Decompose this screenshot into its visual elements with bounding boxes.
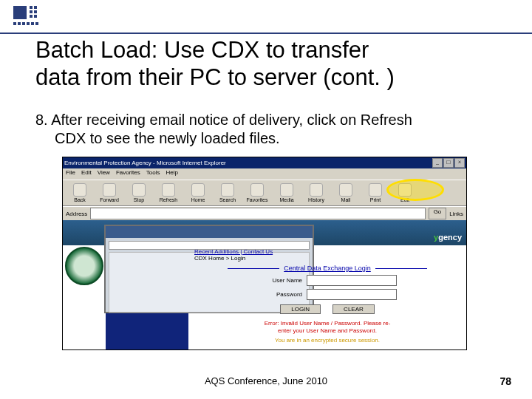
print-icon bbox=[369, 183, 382, 197]
address-input[interactable] bbox=[90, 208, 425, 219]
login-error: Error: Invalid User Name / Password. Ple… bbox=[194, 320, 460, 334]
menu-tools[interactable]: Tools bbox=[146, 169, 160, 179]
login-row-user: User Name bbox=[194, 275, 460, 286]
back-icon bbox=[73, 183, 86, 197]
menu-view[interactable]: View bbox=[98, 169, 110, 179]
login-heading: Central Data Exchange Login bbox=[194, 265, 460, 272]
minimize-button[interactable]: _ bbox=[432, 158, 443, 168]
forward-icon bbox=[103, 183, 116, 197]
ie-titlebar: Environmental Protection Agency - Micros… bbox=[63, 157, 466, 168]
slide-title-line1: Batch Load: Use CDX to transfer bbox=[35, 37, 369, 63]
window-buttons: _ □ × bbox=[432, 158, 465, 168]
ie-addressbar: Address Go Links bbox=[63, 206, 466, 220]
slide-title-line2: data from their PC to server (cont. ) bbox=[35, 64, 395, 90]
mail-icon bbox=[339, 183, 352, 197]
ie-menubar: File Edit View Favorites Tools Help bbox=[63, 168, 466, 180]
tb-media[interactable]: Media bbox=[274, 183, 299, 202]
tb-history[interactable]: History bbox=[304, 183, 329, 202]
user-input[interactable] bbox=[307, 275, 397, 286]
login-buttons: LOGIN CLEAR bbox=[194, 304, 460, 314]
slide-accent-dots-v bbox=[30, 6, 37, 18]
top-links[interactable]: Recent Additions | Contact Us bbox=[194, 248, 460, 255]
media-icon bbox=[280, 183, 293, 197]
slide-accent-square bbox=[13, 6, 27, 19]
menu-file[interactable]: File bbox=[66, 169, 75, 179]
clear-button[interactable]: CLEAR bbox=[332, 304, 375, 314]
tb-back[interactable]: Back bbox=[67, 183, 92, 202]
tb-edit[interactable]: Edit bbox=[392, 183, 417, 202]
tb-search[interactable]: Search bbox=[215, 183, 240, 202]
search-icon bbox=[221, 183, 234, 197]
slide-body-lead: 8. After receiving email notice of deliv… bbox=[35, 112, 412, 128]
tb-mail[interactable]: Mail bbox=[333, 183, 358, 202]
menu-favorites[interactable]: Favorites bbox=[116, 169, 140, 179]
history-icon bbox=[310, 183, 323, 197]
stop-icon bbox=[132, 183, 146, 197]
login-button[interactable]: LOGIN bbox=[280, 304, 321, 314]
user-label: User Name bbox=[258, 277, 302, 284]
ie-window-title: Environmental Protection Agency - Micros… bbox=[64, 160, 226, 166]
epa-seal-icon bbox=[65, 247, 103, 285]
slide-footer: AQS Conference, June 2010 78 bbox=[0, 375, 532, 390]
home-icon bbox=[191, 183, 205, 197]
go-button[interactable]: Go bbox=[429, 208, 447, 219]
login-row-pass: Password bbox=[194, 289, 460, 300]
epa-seal-col bbox=[63, 245, 106, 350]
dialog-titlebar bbox=[106, 226, 313, 238]
tb-print[interactable]: Print bbox=[363, 183, 388, 202]
ie-toolbar: Back Forward Stop Refresh Home Search Fa… bbox=[63, 180, 466, 206]
favorites-icon bbox=[250, 183, 264, 197]
refresh-icon bbox=[162, 183, 175, 197]
slide-title: Batch Load: Use CDX to transfer data fro… bbox=[35, 37, 508, 91]
embedded-screenshot: Environmental Protection Agency - Micros… bbox=[62, 157, 467, 350]
menu-help[interactable]: Help bbox=[166, 169, 177, 179]
tb-home[interactable]: Home bbox=[185, 183, 211, 202]
secure-session-text: You are in an encrypted secure session. bbox=[194, 337, 460, 344]
slide-accent-dots-h bbox=[13, 22, 38, 25]
menu-edit[interactable]: Edit bbox=[81, 169, 92, 179]
tb-refresh[interactable]: Refresh bbox=[156, 183, 181, 202]
close-button[interactable]: × bbox=[454, 158, 465, 168]
pass-input[interactable] bbox=[307, 289, 397, 300]
footer-conference: AQS Conference, June 2010 bbox=[0, 375, 532, 386]
tb-forward[interactable]: Forward bbox=[97, 183, 122, 202]
pass-label: Password bbox=[258, 291, 302, 298]
tb-stop[interactable]: Stop bbox=[126, 183, 151, 202]
epa-banner: ygency bbox=[63, 220, 466, 245]
tb-favorites[interactable]: Favorites bbox=[245, 183, 270, 202]
agency-text: ygency bbox=[434, 233, 462, 242]
main-panel: Recent Additions | Contact Us CDX Home >… bbox=[188, 245, 466, 350]
breadcrumb: CDX Home > Login bbox=[194, 255, 460, 262]
slide-divider bbox=[0, 33, 532, 34]
footer-page-number: 78 bbox=[499, 375, 511, 387]
slide-body-indent: CDX to see the newly loaded files. bbox=[35, 129, 508, 148]
links-label: Links bbox=[449, 211, 463, 217]
slide-body: 8. After receiving email notice of deliv… bbox=[35, 111, 508, 148]
edit-icon bbox=[398, 183, 412, 197]
maximize-button[interactable]: □ bbox=[443, 158, 454, 168]
address-label: Address bbox=[66, 211, 87, 217]
